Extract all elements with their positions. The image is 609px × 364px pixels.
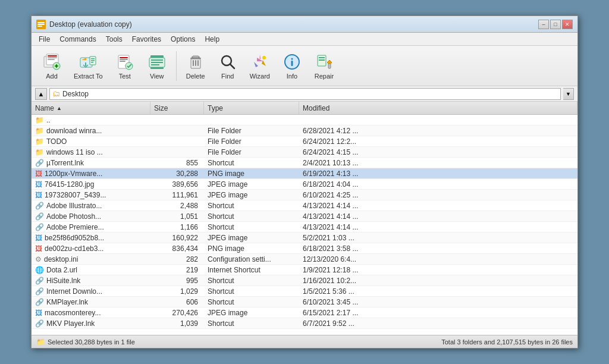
- file-name-cell: ⚙desktop.ini: [32, 254, 150, 264]
- maximize-button[interactable]: □: [550, 20, 561, 29]
- address-dropdown[interactable]: ▼: [563, 88, 574, 100]
- repair-label: Repair: [315, 73, 334, 80]
- file-name-cell: 📁windows 11 iso ...: [32, 147, 150, 157]
- sort-arrow-name: ▲: [56, 105, 62, 111]
- file-type-cell: JPEG image: [204, 190, 299, 200]
- file-name-cell: 🔗HiSuite.lnk: [32, 275, 150, 285]
- file-modified-cell: 6/10/2021 4:25 ...: [299, 190, 577, 200]
- toolbar-btn-info[interactable]: Info: [277, 49, 307, 83]
- col-type[interactable]: Type: [204, 102, 299, 114]
- toolbar-btn-add[interactable]: Add: [36, 49, 67, 83]
- file-name-text: µTorrent.lnk: [46, 159, 84, 167]
- menu-item-favorites[interactable]: Favorites: [127, 34, 166, 45]
- toolbar-btn-repair[interactable]: Repair: [309, 49, 340, 83]
- table-row[interactable]: 🔗Adobe Photosh...1,051Shortcut4/13/2021 …: [32, 211, 577, 222]
- svg-rect-34: [197, 60, 199, 66]
- file-modified-cell: 5/2/2021 1:03 ...: [299, 233, 577, 243]
- folder-icon: 📁: [35, 127, 44, 135]
- svg-rect-32: [193, 60, 194, 66]
- file-size-cell: 282: [150, 254, 204, 264]
- svg-line-37: [230, 64, 234, 68]
- file-name-text: de002zu-cd1eb3...: [45, 244, 103, 253]
- shortcut-icon: 🔗: [35, 287, 44, 296]
- minimize-button[interactable]: –: [538, 20, 549, 29]
- table-row[interactable]: 🖼1200px-Vmware...30,288PNG image6/19/202…: [32, 168, 577, 179]
- svg-rect-6: [48, 55, 57, 57]
- table-row[interactable]: 🖼macosmonterey...270,426JPEG image6/15/2…: [32, 307, 577, 318]
- menu-item-help[interactable]: Help: [200, 34, 224, 45]
- svg-rect-26: [151, 59, 163, 61]
- toolbar-btn-find[interactable]: Find: [212, 49, 243, 83]
- file-modified-cell: [299, 115, 577, 125]
- file-modified-cell: 6/7/2021 9:52 ...: [299, 318, 577, 328]
- toolbar-btn-delete[interactable]: Delete: [180, 49, 211, 83]
- table-row[interactable]: 📁TODOFile Folder6/24/2021 12:2...: [32, 136, 577, 147]
- status-icon-left: 📁: [36, 338, 45, 346]
- svg-rect-7: [48, 57, 57, 58]
- file-type-cell: Shortcut: [204, 318, 299, 328]
- table-row[interactable]: 🔗MKV Player.lnk1,039Shortcut6/7/2021 9:5…: [32, 318, 577, 329]
- view-icon: [147, 52, 167, 71]
- table-row[interactable]: 🔗Adobe Premiere...1,166Shortcut4/13/2021…: [32, 222, 577, 233]
- file-modified-cell: 2/4/2021 10:13 ...: [299, 158, 577, 168]
- address-bar: ▲ 🗂 Desktop ▼: [32, 86, 577, 102]
- file-modified-cell: 6/19/2021 4:13 ...: [299, 168, 577, 178]
- folder-icon: 📁: [35, 137, 44, 146]
- title-bar: Desktop (evaluation copy) – □ ✕: [32, 16, 577, 33]
- svg-rect-27: [151, 62, 163, 63]
- table-row[interactable]: 🔗HiSuite.lnk995Shortcut1/16/2021 10:2...: [32, 275, 577, 286]
- table-row[interactable]: 🖼de002zu-cd1eb3...836,434PNG image6/18/2…: [32, 243, 577, 254]
- file-size-cell: 270,426: [150, 307, 204, 318]
- file-size-cell: 836,434: [150, 243, 204, 253]
- col-size[interactable]: Size: [150, 102, 204, 114]
- file-type-cell: File Folder: [204, 125, 299, 136]
- file-size-cell: 2,488: [150, 200, 204, 211]
- file-name-cell: 🔗MKV Player.lnk: [32, 318, 150, 328]
- toolbar-btn-view[interactable]: View: [142, 49, 172, 83]
- table-row[interactable]: 🔗Adobe Illustrato...2,488Shortcut4/13/20…: [32, 200, 577, 211]
- file-type-cell: [204, 115, 299, 125]
- menu-bar: FileCommandsToolsFavoritesOptionsHelp: [32, 33, 577, 46]
- menu-item-tools[interactable]: Tools: [101, 34, 127, 45]
- toolbar-btn-wizard[interactable]: Wizard: [244, 49, 275, 83]
- col-modified[interactable]: Modified: [299, 102, 577, 114]
- file-name-text: Adobe Illustrato...: [46, 202, 102, 210]
- file-size-cell: 1,039: [150, 318, 204, 328]
- menu-item-options[interactable]: Options: [166, 34, 200, 45]
- wizard-icon: [250, 52, 269, 71]
- menu-item-commands[interactable]: Commands: [55, 34, 101, 45]
- file-name-text: desktop.ini: [44, 255, 78, 263]
- table-row[interactable]: 📁windows 11 iso ...File Folder6/24/2021 …: [32, 147, 577, 158]
- delete-label: Delete: [186, 73, 205, 80]
- file-name-text: Dota 2.url: [46, 266, 77, 274]
- toolbar-btn-extract[interactable]: Extract To: [68, 49, 108, 83]
- address-field[interactable]: 🗂 Desktop: [49, 88, 561, 100]
- jpeg-icon: 🖼: [35, 234, 42, 242]
- table-row[interactable]: 🖼76415-1280.jpg389,656JPEG image6/18/202…: [32, 179, 577, 190]
- table-row[interactable]: ⚙desktop.ini282Configuration setti...12/…: [32, 254, 577, 265]
- file-name-cell: 🖼1200px-Vmware...: [32, 168, 150, 178]
- table-row[interactable]: 📁..: [32, 115, 577, 125]
- table-row[interactable]: 📁download winra...File Folder6/28/2021 4…: [32, 125, 577, 136]
- file-name-cell: 🔗Adobe Illustrato...: [32, 200, 150, 211]
- shortcut-icon: 🔗: [35, 202, 44, 210]
- file-size-cell: 389,656: [150, 179, 204, 189]
- status-left: 📁 Selected 30,288 bytes in 1 file: [36, 338, 135, 346]
- col-name[interactable]: Name ▲: [32, 102, 150, 114]
- svg-rect-45: [328, 64, 331, 68]
- table-row[interactable]: 🖼197328007_5439...111,961JPEG image6/10/…: [32, 190, 577, 200]
- file-list-body[interactable]: 📁..📁download winra...File Folder6/28/202…: [32, 115, 577, 335]
- table-row[interactable]: 🔗Internet Downlo...1,029Shortcut1/5/2021…: [32, 286, 577, 297]
- table-row[interactable]: 🌐Dota 2.url219Internet Shortcut1/9/2021 …: [32, 265, 577, 275]
- repair-icon: [315, 52, 334, 71]
- back-button[interactable]: ▲: [35, 88, 47, 100]
- close-button[interactable]: ✕: [562, 20, 573, 29]
- table-row[interactable]: 🔗µTorrent.lnk855Shortcut2/4/2021 10:13 .…: [32, 158, 577, 168]
- table-row[interactable]: 🔗KMPlayer.lnk606Shortcut6/10/2021 3:45 .…: [32, 297, 577, 307]
- file-name-text: 1200px-Vmware...: [45, 170, 102, 178]
- table-row[interactable]: 🖼be25f86d9052b8...160,922JPEG image5/2/2…: [32, 233, 577, 243]
- svg-rect-43: [319, 57, 325, 58]
- folder-icon: 📁: [35, 148, 44, 156]
- menu-item-file[interactable]: File: [34, 34, 55, 45]
- toolbar-btn-test[interactable]: Test: [109, 49, 140, 83]
